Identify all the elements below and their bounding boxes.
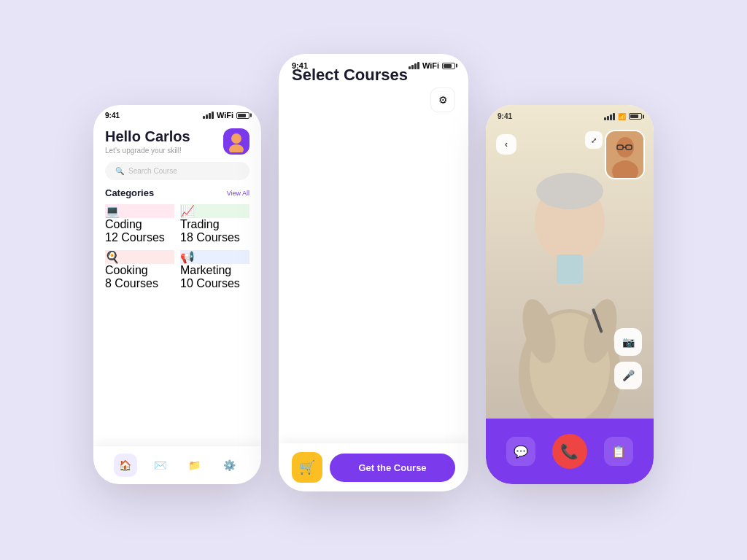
- wifi-icon-3: 📶: [618, 113, 626, 120]
- wifi-icon-2: WiFi: [422, 61, 439, 70]
- status-bar-3: 9:41 📶: [486, 105, 654, 125]
- view-all-categories[interactable]: View All: [227, 190, 249, 197]
- get-course-bar: 🛒 Get the Course: [279, 443, 468, 491]
- search-placeholder: Search Course: [128, 167, 177, 175]
- wifi-icon-1: WiFi: [217, 111, 233, 120]
- time-1: 9:41: [105, 112, 120, 120]
- small-video-inset[interactable]: [605, 130, 645, 179]
- coding-label: Coding: [105, 218, 174, 231]
- marketing-label: Marketing: [180, 264, 249, 277]
- mute-video-icon: 📷: [622, 336, 635, 348]
- search-icon: 🔍: [115, 167, 124, 175]
- notes-button[interactable]: 📋: [604, 437, 633, 466]
- avatar[interactable]: [223, 128, 249, 155]
- nav-home[interactable]: 🏠: [114, 454, 137, 477]
- back-button[interactable]: ‹: [496, 134, 516, 155]
- notes-icon: 📋: [611, 445, 626, 459]
- trading-image: 📈: [180, 204, 249, 218]
- greeting-title: Hello Carlos: [105, 128, 190, 145]
- filter-button[interactable]: ⚙: [430, 88, 455, 112]
- header-section: Hello Carlos Let's upgrade your skill!: [93, 122, 261, 162]
- battery-icon-3: [629, 113, 642, 120]
- category-trading[interactable]: 📈 Trading 18 Courses: [180, 204, 249, 244]
- categories-header: Categories View All: [93, 187, 261, 204]
- marketing-count: 10 Courses: [180, 277, 249, 290]
- categories-grid: 💻 Coding 12 Courses 📈 Trading 18 Courses…: [93, 204, 261, 290]
- category-coding[interactable]: 💻 Coding 12 Courses: [105, 204, 174, 244]
- phone-courses: 9:41 WiFi Select Courses 12 Courses read…: [279, 54, 468, 491]
- search-bar[interactable]: 🔍 Search Course: [105, 162, 249, 180]
- nav-settings[interactable]: ⚙️: [217, 454, 241, 477]
- battery-icon-1: [236, 112, 249, 119]
- category-marketing[interactable]: 📢 Marketing 10 Courses: [180, 250, 249, 290]
- greeting-subtitle: Let's upgrade your skill!: [105, 147, 190, 155]
- end-call-button[interactable]: 📞: [552, 434, 587, 469]
- back-icon: ‹: [505, 139, 508, 149]
- svg-point-14: [536, 173, 603, 209]
- trading-count: 18 Courses: [180, 231, 249, 244]
- chat-icon: 💬: [514, 445, 528, 459]
- bottom-nav: 🏠 ✉️ 📁 ⚙️: [93, 446, 261, 484]
- svg-point-1: [229, 144, 244, 152]
- battery-icon-2: [442, 63, 455, 69]
- marketing-image: 📢: [180, 250, 249, 264]
- cart-button[interactable]: 🛒: [292, 452, 322, 483]
- side-controls: 📷 🎤: [614, 328, 642, 389]
- coding-count: 12 Courses: [105, 231, 174, 244]
- expand-button[interactable]: ⤢: [585, 131, 603, 149]
- trading-label: Trading: [180, 218, 249, 231]
- mute-mic-icon: 🎤: [622, 370, 635, 381]
- phone-home: 9:41 WiFi Hello Carlos Let's upgrade you…: [93, 105, 261, 484]
- signal-icon-1: [203, 112, 214, 119]
- signal-icon-3: [604, 113, 615, 120]
- cooking-label: Cooking: [105, 264, 174, 277]
- chat-button[interactable]: 💬: [506, 437, 535, 466]
- greeting: Hello Carlos Let's upgrade your skill!: [105, 128, 190, 155]
- end-call-icon: 📞: [560, 443, 578, 460]
- filter-icon: ⚙: [438, 94, 448, 106]
- mute-video-button[interactable]: 📷: [614, 328, 642, 356]
- phone-video-call: 9:41 📶 ‹ ⤢ 📷: [486, 105, 654, 484]
- get-course-button[interactable]: Get the Course: [330, 454, 455, 482]
- cooking-image: 🍳: [105, 250, 174, 264]
- video-bottom-bar: 💬 📞 📋: [486, 419, 654, 484]
- time-3: 9:41: [498, 112, 512, 120]
- mute-mic-button[interactable]: 🎤: [614, 362, 642, 389]
- svg-rect-15: [557, 254, 583, 284]
- signal-icon-2: [409, 62, 419, 69]
- svg-point-0: [231, 133, 241, 144]
- expand-icon: ⤢: [591, 136, 597, 144]
- cooking-count: 8 Courses: [105, 277, 174, 290]
- categories-title: Categories: [105, 187, 154, 198]
- status-bar-1: 9:41 WiFi: [93, 105, 261, 122]
- nav-folder[interactable]: 📁: [183, 454, 206, 477]
- nav-mail[interactable]: ✉️: [148, 454, 171, 477]
- category-cooking[interactable]: 🍳 Cooking 8 Courses: [105, 250, 174, 290]
- coding-image: 💻: [105, 204, 174, 218]
- page-title: Select Courses: [279, 60, 468, 491]
